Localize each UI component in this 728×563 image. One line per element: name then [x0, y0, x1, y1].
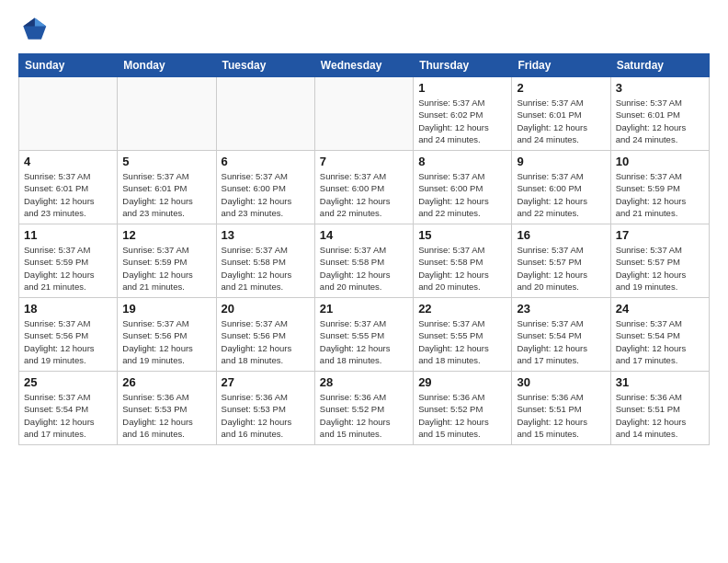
svg-marker-1	[35, 18, 46, 27]
day-info: Sunrise: 5:36 AM Sunset: 5:53 PM Dayligh…	[222, 391, 310, 440]
day-number: 25	[24, 375, 112, 389]
day-number: 18	[24, 302, 112, 316]
day-number: 31	[616, 375, 704, 389]
day-number: 8	[418, 155, 506, 168]
calendar-cell: 9Sunrise: 5:37 AM Sunset: 6:00 PM Daylig…	[512, 151, 610, 224]
day-number: 13	[222, 228, 310, 242]
day-info: Sunrise: 5:37 AM Sunset: 6:01 PM Dayligh…	[616, 97, 704, 145]
day-info: Sunrise: 5:37 AM Sunset: 5:58 PM Dayligh…	[320, 244, 408, 293]
day-number: 26	[122, 375, 210, 389]
day-info: Sunrise: 5:37 AM Sunset: 5:59 PM Dayligh…	[616, 170, 704, 219]
day-number: 23	[517, 302, 605, 316]
day-header-wednesday: Wednesday	[314, 54, 413, 77]
day-info: Sunrise: 5:37 AM Sunset: 5:56 PM Dayligh…	[24, 317, 112, 366]
calendar-cell: 20Sunrise: 5:37 AM Sunset: 5:56 PM Dayli…	[216, 298, 314, 372]
day-info: Sunrise: 5:37 AM Sunset: 5:59 PM Dayligh…	[24, 244, 112, 293]
day-info: Sunrise: 5:37 AM Sunset: 5:55 PM Dayligh…	[320, 317, 408, 366]
day-number: 2	[517, 81, 605, 95]
calendar-cell: 23Sunrise: 5:37 AM Sunset: 5:54 PM Dayli…	[512, 298, 610, 372]
calendar-cell: 6Sunrise: 5:37 AM Sunset: 6:00 PM Daylig…	[216, 151, 314, 224]
calendar-cell: 25Sunrise: 5:37 AM Sunset: 5:54 PM Dayli…	[19, 372, 118, 445]
day-info: Sunrise: 5:37 AM Sunset: 6:00 PM Dayligh…	[320, 170, 408, 219]
day-info: Sunrise: 5:37 AM Sunset: 5:57 PM Dayligh…	[517, 244, 605, 293]
calendar-cell: 12Sunrise: 5:37 AM Sunset: 5:59 PM Dayli…	[118, 224, 216, 298]
calendar-cell	[314, 77, 413, 151]
day-info: Sunrise: 5:37 AM Sunset: 6:01 PM Dayligh…	[122, 170, 210, 219]
calendar-cell: 11Sunrise: 5:37 AM Sunset: 5:59 PM Dayli…	[19, 224, 118, 298]
day-header-sunday: Sunday	[19, 54, 118, 77]
calendar-cell	[216, 77, 314, 151]
day-header-saturday: Saturday	[610, 54, 709, 77]
calendar-cell	[19, 77, 118, 151]
calendar-cell: 14Sunrise: 5:37 AM Sunset: 5:58 PM Dayli…	[314, 224, 413, 298]
day-number: 5	[122, 155, 210, 168]
svg-marker-2	[23, 18, 34, 27]
calendar-table: SundayMondayTuesdayWednesdayThursdayFrid…	[18, 53, 710, 445]
week-row-4: 18Sunrise: 5:37 AM Sunset: 5:56 PM Dayli…	[19, 298, 710, 372]
page-header	[18, 15, 710, 44]
day-info: Sunrise: 5:37 AM Sunset: 6:02 PM Dayligh…	[418, 97, 506, 145]
day-info: Sunrise: 5:36 AM Sunset: 5:52 PM Dayligh…	[320, 391, 408, 440]
calendar-cell: 4Sunrise: 5:37 AM Sunset: 6:01 PM Daylig…	[19, 151, 118, 224]
calendar-cell: 28Sunrise: 5:36 AM Sunset: 5:52 PM Dayli…	[314, 372, 413, 445]
day-info: Sunrise: 5:37 AM Sunset: 6:00 PM Dayligh…	[517, 170, 605, 219]
calendar-cell: 16Sunrise: 5:37 AM Sunset: 5:57 PM Dayli…	[512, 224, 610, 298]
day-info: Sunrise: 5:36 AM Sunset: 5:51 PM Dayligh…	[517, 391, 605, 440]
calendar-cell: 1Sunrise: 5:37 AM Sunset: 6:02 PM Daylig…	[414, 77, 512, 151]
day-info: Sunrise: 5:36 AM Sunset: 5:53 PM Dayligh…	[122, 391, 210, 440]
day-info: Sunrise: 5:37 AM Sunset: 5:54 PM Dayligh…	[616, 317, 704, 366]
week-row-2: 4Sunrise: 5:37 AM Sunset: 6:01 PM Daylig…	[19, 151, 710, 224]
day-number: 24	[616, 302, 704, 316]
day-number: 21	[320, 302, 408, 316]
calendar-cell: 26Sunrise: 5:36 AM Sunset: 5:53 PM Dayli…	[118, 372, 216, 445]
day-header-friday: Friday	[512, 54, 610, 77]
day-number: 20	[222, 302, 310, 316]
calendar-cell: 10Sunrise: 5:37 AM Sunset: 5:59 PM Dayli…	[610, 151, 709, 224]
calendar-body: 1Sunrise: 5:37 AM Sunset: 6:02 PM Daylig…	[19, 77, 710, 445]
day-number: 28	[320, 375, 408, 389]
calendar-cell: 5Sunrise: 5:37 AM Sunset: 6:01 PM Daylig…	[118, 151, 216, 224]
day-info: Sunrise: 5:37 AM Sunset: 5:55 PM Dayligh…	[418, 317, 506, 366]
day-info: Sunrise: 5:37 AM Sunset: 5:54 PM Dayligh…	[517, 317, 605, 366]
day-number: 4	[24, 155, 112, 168]
day-info: Sunrise: 5:37 AM Sunset: 5:56 PM Dayligh…	[122, 317, 210, 366]
calendar-cell: 18Sunrise: 5:37 AM Sunset: 5:56 PM Dayli…	[19, 298, 118, 372]
day-number: 29	[418, 375, 506, 389]
day-info: Sunrise: 5:37 AM Sunset: 6:00 PM Dayligh…	[222, 170, 310, 219]
calendar-cell: 29Sunrise: 5:36 AM Sunset: 5:52 PM Dayli…	[414, 372, 512, 445]
day-number: 7	[320, 155, 408, 168]
week-row-5: 25Sunrise: 5:37 AM Sunset: 5:54 PM Dayli…	[19, 372, 710, 445]
day-info: Sunrise: 5:37 AM Sunset: 5:58 PM Dayligh…	[418, 244, 506, 293]
calendar-cell: 24Sunrise: 5:37 AM Sunset: 5:54 PM Dayli…	[610, 298, 709, 372]
day-header-tuesday: Tuesday	[216, 54, 314, 77]
day-number: 12	[122, 228, 210, 242]
calendar-cell: 7Sunrise: 5:37 AM Sunset: 6:00 PM Daylig…	[314, 151, 413, 224]
calendar-cell	[118, 77, 216, 151]
calendar-cell: 31Sunrise: 5:36 AM Sunset: 5:51 PM Dayli…	[610, 372, 709, 445]
day-number: 19	[122, 302, 210, 316]
logo-icon	[18, 15, 48, 44]
day-number: 10	[616, 155, 704, 168]
day-info: Sunrise: 5:37 AM Sunset: 5:58 PM Dayligh…	[222, 244, 310, 293]
calendar-cell: 27Sunrise: 5:36 AM Sunset: 5:53 PM Dayli…	[216, 372, 314, 445]
day-number: 27	[222, 375, 310, 389]
day-info: Sunrise: 5:37 AM Sunset: 6:00 PM Dayligh…	[418, 170, 506, 219]
day-info: Sunrise: 5:36 AM Sunset: 5:52 PM Dayligh…	[418, 391, 506, 440]
day-number: 14	[320, 228, 408, 242]
calendar-cell: 22Sunrise: 5:37 AM Sunset: 5:55 PM Dayli…	[414, 298, 512, 372]
calendar-cell: 15Sunrise: 5:37 AM Sunset: 5:58 PM Dayli…	[414, 224, 512, 298]
day-info: Sunrise: 5:37 AM Sunset: 5:59 PM Dayligh…	[122, 244, 210, 293]
week-row-1: 1Sunrise: 5:37 AM Sunset: 6:02 PM Daylig…	[19, 77, 710, 151]
calendar-cell: 8Sunrise: 5:37 AM Sunset: 6:00 PM Daylig…	[414, 151, 512, 224]
day-number: 1	[418, 81, 506, 95]
day-number: 6	[222, 155, 310, 168]
calendar-cell: 2Sunrise: 5:37 AM Sunset: 6:01 PM Daylig…	[512, 77, 610, 151]
logo	[18, 15, 51, 44]
day-info: Sunrise: 5:37 AM Sunset: 5:57 PM Dayligh…	[616, 244, 704, 293]
day-header-thursday: Thursday	[414, 54, 512, 77]
day-number: 9	[517, 155, 605, 168]
calendar-cell: 3Sunrise: 5:37 AM Sunset: 6:01 PM Daylig…	[610, 77, 709, 151]
day-info: Sunrise: 5:36 AM Sunset: 5:51 PM Dayligh…	[616, 391, 704, 440]
day-number: 17	[616, 228, 704, 242]
day-number: 11	[24, 228, 112, 242]
